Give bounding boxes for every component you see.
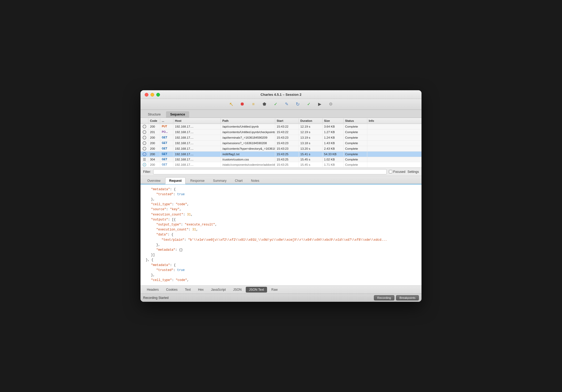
json-line: "execution_count": 31, [156,227,416,232]
row-path: /api/contents?type=directory&_=163618459… [221,146,275,151]
row-duration: 13.20 s [299,146,323,151]
row-start: 15:43:22 [275,124,299,129]
settings-button[interactable]: ⚙ [327,100,334,108]
row-icon: ● [140,162,148,167]
run-button[interactable]: ▶ [316,100,323,108]
tab-overview[interactable]: Overview [144,178,164,184]
json-line: "execution_count": 31, [151,212,416,217]
col-status: Status [344,118,367,123]
row-code: 200 [148,140,160,146]
row-icon: i [140,135,148,140]
rewrite-button[interactable]: ✎ [283,100,290,108]
json-line: "metadata": {} [156,248,416,253]
json-line: "source": "key", [151,207,416,212]
row-code: 200 [148,162,160,167]
row-info [367,157,422,162]
intercept-button[interactable]: ⬟ [261,100,268,108]
row-status: Complete [344,162,367,167]
tab-chart[interactable]: Chart [231,178,246,184]
row-info [367,129,422,135]
row-path: /custom/custom.css [221,157,275,162]
row-host: 192.168.17.... [173,135,221,140]
breakpoints-clear-button[interactable]: ✓ [272,100,279,108]
throttle-button[interactable]: ≡ [250,100,257,108]
table-row[interactable]: i 200 GET 192.168.17.... /api/sessions?_… [140,140,421,146]
json-line: }, { [146,258,416,263]
table-row[interactable]: 304 GET 192.168.17.... /custom/custom.cs… [140,157,421,162]
cursor-tool-button[interactable]: ↖ [228,100,235,108]
tab-headers[interactable]: Headers [144,287,162,293]
table-row[interactable]: i 200 GET 192.168.17.... /api/terminals?… [140,135,421,140]
row-status: Complete [344,146,367,151]
json-line: "data": { [156,232,416,237]
table-row[interactable]: i 200 PUT 192.168.17.... /api/contents/U… [140,124,421,129]
tab-javascript[interactable]: JavaScript [208,287,229,293]
bottom-tabs: Headers Cookies Text Hex JavaScript JSON… [140,285,421,294]
tab-json[interactable]: JSON [230,287,245,293]
row-status: Complete [344,152,367,157]
filter-input[interactable] [153,169,387,174]
tab-json-text[interactable]: JSON Text [246,287,267,293]
row-start: 15:43:23 [275,140,299,146]
record-button[interactable]: ⏺ [239,100,246,108]
tab-summary[interactable]: Summary [209,178,230,184]
row-info [367,146,422,151]
tab-sequence[interactable]: Sequence [166,111,189,118]
row-host: 192.168.17.... [173,124,221,129]
col-dots: ... [160,118,173,123]
breakpoints-button[interactable]: Breakpoints [396,295,419,300]
row-path: /edit/flag1.txt [221,152,275,157]
validate-button[interactable]: ✓ [305,100,312,108]
close-button[interactable] [145,93,148,97]
row-size: 1.24 KB [323,135,344,140]
focused-checkbox[interactable] [389,170,392,173]
row-host: 192.168.17.... [173,146,221,151]
row-start: 15:43:23 [275,135,299,140]
repeat-button[interactable]: ↻ [294,100,301,108]
settings-link[interactable]: Settings [408,170,419,174]
tab-notes[interactable]: Notes [247,178,263,184]
title-bar: Charles 4.5.1 – Session 2 [140,90,421,99]
filter-focused-container: Focused [389,170,405,174]
toolbar: ↖ ⏺ ≡ ⬟ ✓ ✎ ↻ ✓ ▶ ⚙ [140,99,421,110]
row-icon: i [140,146,148,151]
row-info [367,124,422,129]
tab-cookies[interactable]: Cookies [163,287,180,293]
table-row[interactable]: i 201 PO... 192.168.17.... /api/contents… [140,129,421,135]
row-status: Complete [344,140,367,146]
recording-button[interactable]: Recording [374,295,394,300]
row-size: 1.43 KB [323,140,344,146]
table-row[interactable]: ● 200 GET 192.168.17.... /static/compone… [140,162,421,168]
row-info [367,152,422,157]
row-icon [140,157,148,162]
row-method: GET [160,157,173,162]
col-info: Info [367,118,422,123]
tab-response[interactable]: Response [187,178,208,184]
row-code: 304 [148,157,160,162]
detail-tabs: Overview Request Response Summary Chart … [140,176,421,184]
row-path: /api/sessions?_=1636184590208 [221,140,275,146]
window-title: Charles 4.5.1 – Session 2 [260,93,301,97]
minimize-button[interactable] [150,93,154,97]
filter-bar: Filter: Focused Settings [140,168,421,176]
tab-structure[interactable]: Structure [144,111,165,118]
details-panel: Overview Request Response Summary Chart … [140,176,421,294]
row-duration: 15.45 s [299,157,323,162]
json-line: "outputs": [{ [151,217,416,222]
row-size: 3.64 KB [323,124,344,129]
row-duration: 15.41 s [299,152,323,157]
table-row[interactable]: i 200 GET 192.168.17.... /api/contents?t… [140,146,421,152]
col-start: Start [275,118,299,123]
table-row[interactable]: ● 200 GET 192.168.17.... /edit/flag1.txt… [140,152,421,157]
tab-raw[interactable]: Raw [268,287,281,293]
json-line: "output_type": "execute_result", [156,222,416,227]
row-size: 2.43 KB [323,146,344,151]
tab-hex[interactable]: Hex [195,287,207,293]
row-info [367,140,422,146]
maximize-button[interactable] [156,93,160,97]
status-bar: Recording Started Recording Breakpoints [140,294,421,302]
tab-text[interactable]: Text [182,287,194,293]
col-icon [140,118,148,123]
tab-request[interactable]: Request [165,177,185,184]
row-code: 200 [148,146,160,151]
